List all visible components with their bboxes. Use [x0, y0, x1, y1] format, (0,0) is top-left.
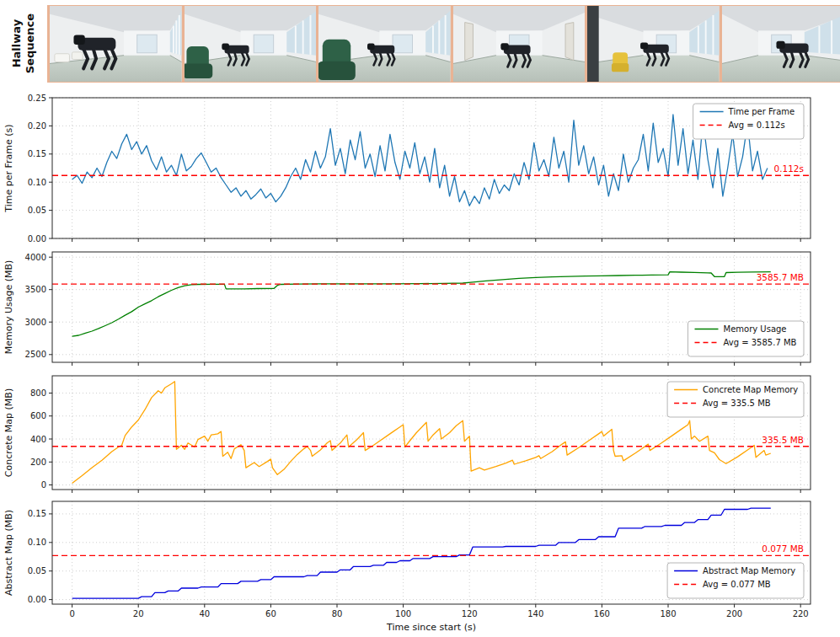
svg-text:40: 40: [199, 609, 210, 618]
yellow-chair: [612, 52, 629, 72]
concrete-map-ylabel: Concrete Map (MB): [3, 388, 14, 477]
time-per-frame-avg-annotation: 0.112s: [773, 163, 804, 174]
svg-text:160: 160: [594, 609, 610, 618]
white-table: [72, 52, 83, 60]
svg-text:0.10: 0.10: [28, 538, 46, 547]
hallway-frame-2: [185, 6, 317, 82]
svg-text:0.15: 0.15: [28, 149, 46, 158]
abstract-map-subplot: 0.077 MB0.000.050.100.150204060801001201…: [0, 495, 840, 635]
concrete-map-legend-label-1: Avg = 335.5 MB: [703, 399, 771, 408]
far-window: [393, 35, 412, 53]
memory-usage-line: [72, 272, 771, 337]
concrete-map-legend: Concrete Map MemoryAvg = 335.5 MB: [667, 382, 804, 417]
svg-text:140: 140: [527, 609, 543, 618]
abstract-map-ylabel: Abstract Map (MB): [3, 510, 14, 596]
abstract-map-avg-annotation: 0.077 MB: [762, 543, 804, 554]
x-axis-label: Time since start (s): [386, 622, 476, 633]
svg-text:2500: 2500: [25, 350, 46, 359]
green-armchair: [185, 46, 212, 78]
door-left: [464, 23, 473, 61]
hallway-image-strip: [47, 5, 840, 83]
time-per-frame-line: [72, 115, 768, 206]
svg-text:20: 20: [133, 609, 144, 618]
svg-text:220: 220: [793, 609, 809, 618]
hallway-frame-4: [453, 6, 586, 82]
svg-text:100: 100: [395, 609, 411, 618]
concrete-map-line: [72, 382, 771, 484]
svg-text:0.10: 0.10: [28, 178, 46, 187]
concrete-map-legend-label-0: Concrete Map Memory: [703, 385, 798, 394]
time-per-frame-legend-label-1: Avg = 0.112s: [729, 120, 785, 130]
svg-text:3500: 3500: [25, 285, 46, 294]
hallway-frame-5: [587, 6, 720, 82]
hallway-frame-1: [50, 6, 182, 82]
svg-text:4000: 4000: [25, 253, 46, 262]
svg-text:80: 80: [332, 609, 343, 618]
charts-column: 0.112s0.000.050.100.150.200.25Time per F…: [0, 86, 840, 635]
svg-text:0.25: 0.25: [28, 94, 46, 103]
hallway-frame-6: [722, 6, 840, 82]
dark-wall: [587, 6, 599, 82]
svg-text:0.15: 0.15: [28, 509, 46, 518]
memory-usage-legend: Memory UsageAvg = 3585.7 MB: [688, 321, 805, 356]
concrete-map-subplot: 335.5 MB0200400600800Concrete Map (MB)Co…: [0, 369, 840, 495]
memory-usage-legend-label-0: Memory Usage: [724, 324, 787, 334]
abstract-map-legend-label-0: Abstract Map Memory: [703, 566, 795, 575]
svg-text:60: 60: [265, 609, 276, 618]
svg-text:200: 200: [726, 609, 742, 618]
svg-text:0.05: 0.05: [28, 566, 46, 575]
hallway-sequence-strip: Hallway Sequence: [0, 5, 835, 83]
svg-text:0.20: 0.20: [28, 121, 46, 131]
svg-text:0.00: 0.00: [28, 595, 46, 604]
hallway-sequence-label-text: Hallway Sequence: [10, 13, 36, 73]
white-chair: [55, 54, 70, 62]
abstract-map-legend-label-1: Avg = 0.077 MB: [703, 580, 771, 589]
svg-text:400: 400: [30, 435, 46, 444]
svg-text:180: 180: [660, 609, 676, 618]
svg-text:0.05: 0.05: [28, 206, 46, 215]
svg-text:0.00: 0.00: [28, 234, 46, 244]
svg-text:200: 200: [30, 458, 46, 467]
time-per-frame-ylabel: Time per Frame (s): [3, 124, 14, 212]
memory-usage-legend-label-1: Avg = 3585.7 MB: [724, 338, 797, 347]
abstract-map-legend: Abstract Map MemoryAvg = 0.077 MB: [667, 563, 804, 598]
far-window: [137, 35, 157, 53]
svg-text:800: 800: [30, 388, 46, 398]
robot-hallway-performance-figure: Hallway Sequence 0.112s0.000.050.100.150…: [0, 0, 840, 637]
green-armchair: [318, 40, 356, 80]
door-right: [565, 23, 574, 61]
time-per-frame-subplot: 0.112s0.000.050.100.150.200.25Time per F…: [0, 86, 840, 245]
svg-text:0: 0: [69, 609, 74, 618]
far-window: [254, 35, 273, 53]
svg-text:600: 600: [30, 411, 46, 420]
abstract-map-line: [72, 508, 771, 598]
memory-usage-ylabel: Memory Usage (MB): [3, 260, 14, 355]
svg-text:120: 120: [462, 609, 478, 618]
hallway-sequence-label: Hallway Sequence: [0, 5, 47, 83]
hallway-frame-3: [318, 6, 451, 82]
concrete-map-avg-annotation: 335.5 MB: [762, 435, 804, 445]
svg-text:3000: 3000: [25, 318, 46, 327]
memory-usage-avg-annotation: 3585.7 MB: [757, 272, 804, 282]
svg-text:0: 0: [41, 480, 46, 490]
memory-usage-subplot: 3585.7 MB2500300035004000Memory Usage (M…: [0, 245, 840, 369]
time-per-frame-legend-label-0: Time per Frame: [728, 107, 795, 116]
time-per-frame-legend: Time per FrameAvg = 0.112s: [693, 104, 804, 139]
